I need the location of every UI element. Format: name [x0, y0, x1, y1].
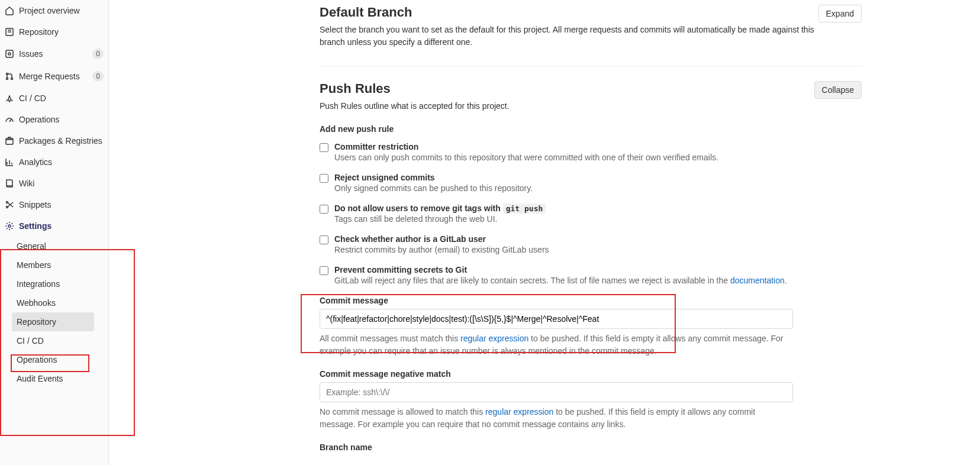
rocket-icon [5, 93, 14, 103]
push-rules-title: Push Rules [320, 81, 510, 96]
rule-checkbox[interactable] [320, 143, 328, 152]
sidebar-item-snippets[interactable]: Snippets [0, 194, 108, 215]
svg-rect-3 [6, 50, 13, 57]
issues-badge: 0 [92, 49, 104, 59]
rule-desc: Only signed commits can be pushed to thi… [334, 183, 533, 193]
svg-point-20 [8, 225, 11, 227]
rule-title: Do not allow users to remove git tags wi… [334, 204, 546, 213]
package-icon [5, 136, 14, 146]
rule-checkbox[interactable] [320, 266, 328, 275]
chart-icon [5, 157, 14, 167]
branch-name-label: Branch name [320, 443, 862, 452]
repo-icon [5, 27, 14, 37]
svg-point-17 [7, 202, 8, 204]
nav-label: Project overview [19, 6, 80, 15]
subnav-general[interactable]: General [17, 237, 108, 256]
subnav-cicd[interactable]: CI / CD [17, 331, 108, 350]
svg-line-18 [8, 203, 14, 207]
documentation-link[interactable]: documentation [730, 276, 785, 285]
default-branch-title: Default Branch [320, 5, 818, 20]
sidebar-item-merge-requests[interactable]: Merge Requests 0 [0, 65, 108, 88]
rule-desc: Users can only push commits to this repo… [334, 153, 718, 162]
commit-message-neg-label: Commit message negative match [320, 369, 862, 379]
subnav-repository[interactable]: Repository [12, 312, 94, 331]
rule-desc: Tags can still be deleted through the we… [334, 214, 546, 224]
commit-message-neg-field: Commit message negative match No commit … [320, 369, 862, 431]
sidebar-item-operations[interactable]: Operations [0, 109, 108, 130]
sidebar: Project overview Repository Issues 0 Mer… [0, 0, 109, 465]
rule-checkbox[interactable] [320, 235, 328, 244]
rule-title: Committer restriction [334, 142, 718, 151]
rule-author-gitlab-user: Check whether author is a GitLab user Re… [320, 234, 862, 254]
subnav-operations[interactable]: Operations [17, 350, 108, 369]
home-icon [5, 6, 14, 15]
svg-point-16 [7, 206, 8, 208]
main-content: Default Branch Select the branch you wan… [109, 0, 980, 465]
book-icon [5, 179, 14, 188]
issues-icon [5, 49, 14, 59]
sidebar-item-repository[interactable]: Repository [0, 21, 108, 43]
rule-committer-restriction: Committer restriction Users can only pus… [320, 142, 862, 162]
rule-title: Reject unsigned commits [334, 173, 533, 182]
subnav-webhooks[interactable]: Webhooks [17, 293, 108, 312]
sidebar-item-settings[interactable]: Settings [0, 215, 108, 237]
nav-label: Snippets [19, 200, 51, 209]
settings-subnav: General Members Integrations Webhooks Re… [0, 237, 108, 388]
scissors-icon [5, 200, 14, 209]
merge-icon [5, 72, 14, 81]
svg-point-7 [11, 78, 13, 80]
default-branch-desc: Select the branch you want to set as the… [320, 24, 818, 49]
subnav-members[interactable]: Members [17, 256, 108, 275]
nav-label: Settings [19, 221, 51, 231]
rule-checkbox[interactable] [320, 205, 328, 214]
commit-message-neg-help: No commit message is allowed to match th… [320, 406, 793, 431]
regex-link[interactable]: regular expression [460, 334, 528, 343]
collapse-button[interactable]: Collapse [814, 81, 862, 99]
nav-label: Operations [19, 115, 59, 124]
nav-label: Wiki [19, 179, 34, 188]
nav-label: Merge Requests [19, 72, 80, 81]
commit-message-label: Commit message [320, 296, 862, 305]
rule-title: Prevent committing secrets to Git [334, 265, 787, 275]
nav-label: Issues [19, 49, 43, 59]
rule-reject-unsigned: Reject unsigned commits Only signed comm… [320, 173, 862, 193]
rule-prevent-secrets: Prevent committing secrets to Git GitLab… [320, 265, 862, 285]
rule-desc: Restrict commits by author (email) to ex… [334, 245, 549, 254]
add-rule-title: Add new push rule [320, 124, 862, 134]
commit-message-field: Commit message All commit messages must … [320, 296, 862, 357]
svg-line-8 [9, 120, 11, 122]
nav-label: Repository [19, 27, 59, 37]
sidebar-item-overview[interactable]: Project overview [0, 0, 108, 21]
rule-no-remove-tags: Do not allow users to remove git tags wi… [320, 204, 862, 224]
sidebar-item-issues[interactable]: Issues 0 [0, 43, 108, 65]
svg-point-5 [7, 73, 8, 75]
svg-point-4 [8, 53, 11, 55]
gear-icon [5, 221, 14, 231]
mr-badge: 0 [92, 71, 104, 82]
branch-name-field: Branch name [320, 443, 862, 452]
push-rules-desc: Push Rules outline what is accepted for … [320, 100, 510, 112]
gauge-icon [5, 115, 14, 124]
commit-message-neg-input[interactable] [320, 382, 793, 402]
commit-message-input[interactable] [320, 309, 793, 329]
svg-line-19 [8, 202, 14, 206]
svg-point-6 [7, 78, 8, 80]
sidebar-item-wiki[interactable]: Wiki [0, 173, 108, 194]
sidebar-item-packages[interactable]: Packages & Registries [0, 130, 108, 151]
subnav-audit-events[interactable]: Audit Events [17, 369, 108, 388]
nav-label: Packages & Registries [19, 136, 102, 146]
expand-button[interactable]: Expand [818, 5, 862, 22]
nav-label: CI / CD [19, 93, 46, 103]
commit-message-help: All commit messages must match this regu… [320, 332, 793, 357]
sidebar-item-cicd[interactable]: CI / CD [0, 88, 108, 109]
nav-label: Analytics [19, 157, 52, 167]
rule-desc: GitLab will reject any files that are li… [334, 276, 787, 285]
sidebar-item-analytics[interactable]: Analytics [0, 151, 108, 173]
subnav-integrations[interactable]: Integrations [17, 275, 108, 293]
rule-title: Check whether author is a GitLab user [334, 234, 549, 244]
default-branch-section: Default Branch Select the branch you wan… [320, 5, 862, 67]
rule-checkbox[interactable] [320, 174, 328, 183]
regex-link[interactable]: regular expression [485, 407, 553, 416]
push-rules-section: Push Rules Push Rules outline what is ac… [320, 81, 862, 465]
